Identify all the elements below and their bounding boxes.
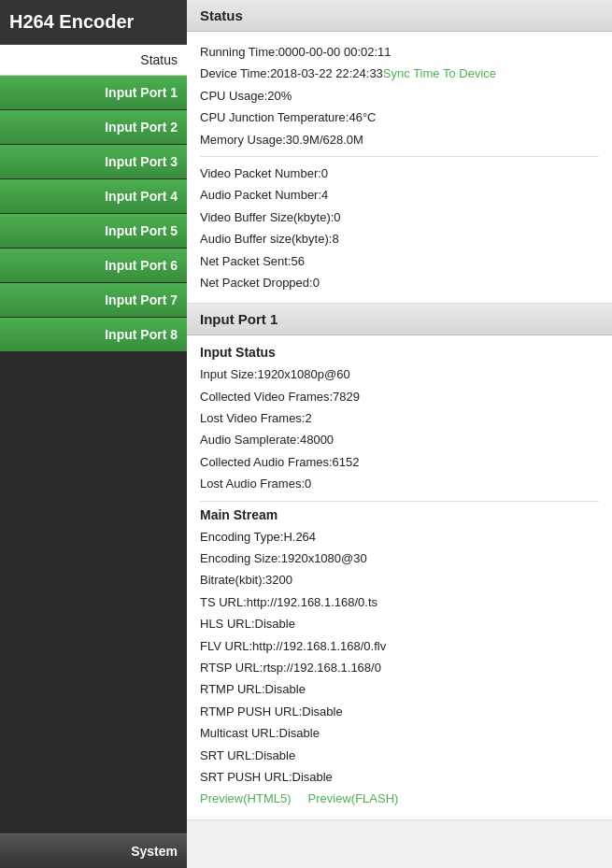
device-time: Device Time:2018-03-22 22:24:33Sync Time… [200,63,599,84]
preview-flash-link[interactable]: Preview(FLASH) [308,791,399,805]
lost-audio-frames: Lost Audio Frames:0 [200,473,599,494]
main-stream-title: Main Stream [200,507,599,522]
sidebar: H264 Encoder Status Input Port 1 Input P… [0,0,187,868]
bitrate: Bitrate(kbit):3200 [200,569,599,591]
ts-url: TS URL:http://192.168.1.168/0.ts [200,591,599,613]
rtmp-push: RTMP PUSH URL:Disable [200,701,599,722]
encoding-size: Encoding Size:1920x1080@30 [200,548,599,569]
input-port-3-button[interactable]: Input Port 3 [0,145,187,179]
input-port-2-button[interactable]: Input Port 2 [0,110,187,145]
device-time-prefix: Device Time:2018-03-22 22:24:33 [200,66,383,80]
flv-url: FLV URL:http://192.168.1.168/0.flv [200,635,599,657]
input-port-6-button[interactable]: Input Port 6 [0,249,187,283]
input-status-divider [200,501,599,502]
sync-time-link[interactable]: Sync Time To Device [383,66,496,80]
net-dropped: Net Packet Dropped:0 [200,272,599,293]
srt-url: SRT URL:Disable [200,745,599,766]
lost-video-frames: Lost Video Frames:2 [200,407,599,429]
input-port-section-body: Input Status Input Size:1920x1080p@60 Co… [187,335,612,819]
input-port-8-button[interactable]: Input Port 8 [0,318,187,352]
input-port-7-button[interactable]: Input Port 7 [0,283,187,318]
encoding-type: Encoding Type:H.264 [200,526,599,548]
audio-buffer: Audio Buffer size(kbyte):8 [200,228,599,249]
status-section-header: Status [187,0,612,32]
rtsp-url: RTSP URL:rtsp://192.168.1.168/0 [200,657,599,678]
cpu-usage: CPU Usage:20% [200,85,599,107]
srt-push: SRT PUSH URL:Disable [200,766,599,788]
preview-links: Preview(HTML5) Preview(FLASH) [200,788,599,809]
input-status-title: Input Status [200,345,599,360]
multicast-url: Multicast URL:Disable [200,722,599,744]
input-port-4-button[interactable]: Input Port 4 [0,179,187,214]
audio-samplerate: Audio Samplerate:48000 [200,429,599,450]
app-title: H264 Encoder [0,0,187,45]
cpu-temp: CPU Junction Temperature:46°C [200,107,599,128]
input-size: Input Size:1920x1080p@60 [200,363,599,385]
net-sent: Net Packet Sent:56 [200,250,599,272]
main-content: Status Running Time:0000-00-00 00:02:11 … [187,0,612,868]
collected-video-frames: Collected Video Frames:7829 [200,386,599,407]
hls-url: HLS URL:Disable [200,613,599,634]
status-section-body: Running Time:0000-00-00 00:02:11 Device … [187,32,612,304]
audio-packet: Audio Packet Number:4 [200,184,599,206]
video-packet: Video Packet Number:0 [200,163,599,184]
preview-html5-link[interactable]: Preview(HTML5) [200,791,292,805]
running-time: Running Time:0000-00-00 00:02:11 [200,41,599,63]
memory-usage: Memory Usage:30.9M/628.0M [200,129,599,150]
input-port-1-button[interactable]: Input Port 1 [0,76,187,110]
rtmp-url: RTMP URL:Disable [200,678,599,700]
input-port-5-button[interactable]: Input Port 5 [0,214,187,249]
status-nav-item[interactable]: Status [0,45,187,76]
collected-audio-frames: Collected Audio Frames:6152 [200,451,599,473]
input-port-section-header: Input Port 1 [187,304,612,335]
video-buffer: Video Buffer Size(kbyte):0 [200,206,599,228]
status-divider-1 [200,156,599,157]
system-button[interactable]: System [0,833,187,868]
